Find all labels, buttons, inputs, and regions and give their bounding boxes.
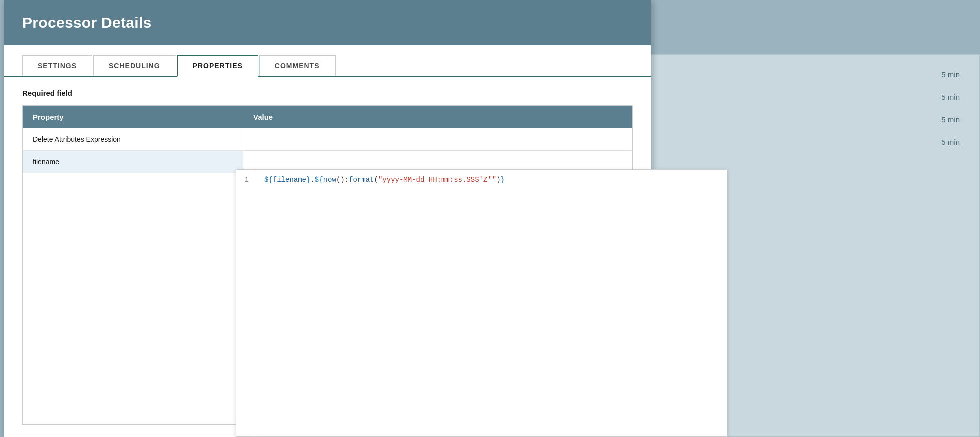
tab-comments[interactable]: COMMENTS	[259, 55, 336, 76]
right-panel-items: 5 min 5 min 5 min 5 min	[941, 70, 960, 146]
line-number-1: 1	[243, 176, 249, 184]
tab-settings[interactable]: SETTINGS	[22, 55, 92, 76]
col-header-value: Value	[243, 106, 632, 128]
right-panel-item-2: 5 min	[941, 93, 960, 101]
tabs-bar: SETTINGS SCHEDULING PROPERTIES COMMENTS	[4, 45, 651, 77]
table-header: Property Value	[23, 106, 632, 128]
tab-properties[interactable]: PROPERTIES	[177, 55, 258, 77]
code-editor-inner: 1 ${filename}.${now():format("yyyy-MM-dd…	[236, 170, 727, 436]
dialog-header: Processor Details	[4, 0, 651, 45]
right-panel-item-1: 5 min	[941, 70, 960, 79]
dialog-title: Processor Details	[22, 14, 152, 31]
code-content[interactable]: ${filename}.${now():format("yyyy-MM-dd H…	[256, 170, 727, 436]
line-numbers: 1	[236, 170, 256, 436]
row-property-delete-attrs[interactable]: Delete Attributes Expression	[23, 128, 243, 150]
right-panel-item-3: 5 min	[941, 115, 960, 124]
code-editor[interactable]: 1 ${filename}.${now():format("yyyy-MM-dd…	[236, 169, 727, 437]
table-row: Delete Attributes Expression	[23, 128, 632, 151]
tab-scheduling[interactable]: SCHEDULING	[93, 55, 176, 76]
right-panel-item-4: 5 min	[941, 138, 960, 146]
row-property-filename[interactable]: filename	[23, 151, 243, 173]
col-header-property: Property	[23, 106, 243, 128]
required-field-label: Required field	[22, 89, 633, 97]
row-value-delete-attrs[interactable]	[243, 128, 632, 150]
